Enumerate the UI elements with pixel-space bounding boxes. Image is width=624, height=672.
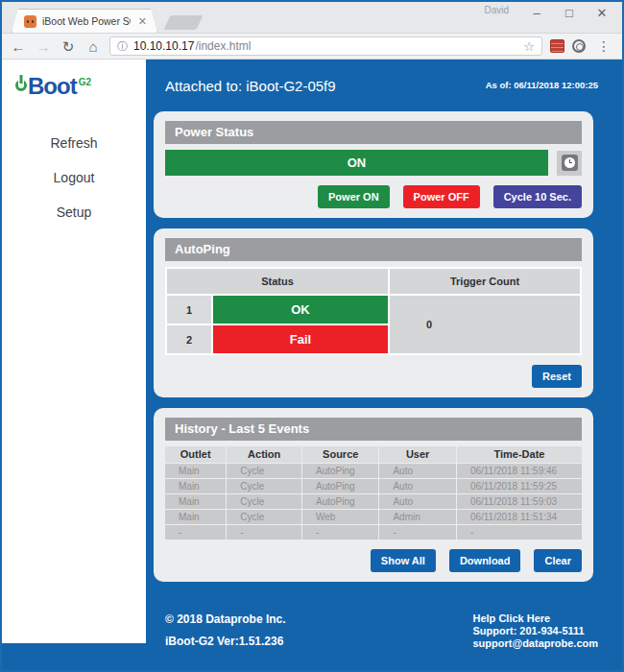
autoping-buttons-row: Reset <box>165 365 582 388</box>
support-phone: Support: 201-934-5111 <box>472 625 598 637</box>
cycle-timer-button[interactable] <box>557 151 582 176</box>
cell-user: Auto <box>379 494 455 509</box>
page-info-icon[interactable]: ⓘ <box>117 39 128 54</box>
autoping-trigger-column-header: Trigger Count <box>390 269 580 294</box>
power-state-bar: ON <box>165 150 548 176</box>
browser-menu-icon[interactable]: ⋮ <box>593 38 614 54</box>
new-tab-button[interactable] <box>164 15 204 30</box>
tab-close-icon[interactable]: ✕ <box>136 15 149 28</box>
autoping-table: Status Trigger Count 1 OK 0 2 Fail <box>165 267 582 355</box>
support-email[interactable]: support@dataprobe.com <box>472 637 598 650</box>
history-row: - - - - - <box>165 525 582 540</box>
forward-icon[interactable]: → <box>35 39 52 54</box>
autoping-status-column-header: Status <box>167 269 388 294</box>
url-host: 10.10.10.17 <box>133 39 194 53</box>
sidebar-menu: Refresh Logout Setup <box>42 132 105 223</box>
extension-icon-red[interactable] <box>550 39 564 53</box>
history-row: Main Cycle AutoPing Auto 06/11/2018 11:5… <box>165 464 582 478</box>
extension-icon-ring[interactable] <box>572 39 586 53</box>
address-toolbar: ← → ↻ ⌂ ⓘ 10.10.10.17/index.html ☆ ⋮ <box>2 33 622 60</box>
sidebar-item-setup[interactable]: Setup <box>49 202 100 223</box>
cell-action: Cycle <box>227 494 301 509</box>
history-row: Main Cycle Web Admin 06/11/2018 11:51:34 <box>165 510 582 524</box>
browser-window: David – □ ✕ iBoot Web Power Switch ✕ ← →… <box>0 0 624 672</box>
firmware-version: iBoot-G2 Ver:1.51.236 <box>165 635 286 648</box>
cycle-button[interactable]: Cycle 10 Sec. <box>493 185 582 208</box>
cell-action: Cycle <box>227 479 301 493</box>
iboot-logo: Boot G2 <box>15 73 91 100</box>
cell-source: AutoPing <box>302 479 378 493</box>
browser-tab[interactable]: iBoot Web Power Switch ✕ <box>12 9 157 33</box>
power-symbol-icon <box>15 80 27 91</box>
cell-time-date: 06/11/2018 11:59:46 <box>457 464 582 478</box>
cell-source: - <box>302 525 378 540</box>
cell-user: Auto <box>379 464 455 478</box>
close-button[interactable]: ✕ <box>586 2 618 23</box>
cell-action: Cycle <box>227 510 301 524</box>
clear-button[interactable]: Clear <box>534 549 582 572</box>
address-bar[interactable]: ⓘ 10.10.10.17/index.html ☆ <box>109 36 542 56</box>
history-table: Outlet Action Source User Time-Date Main… <box>165 446 582 540</box>
power-status-header: Power Status <box>165 121 582 144</box>
cell-source: Web <box>302 510 378 524</box>
footer-left: © 2018 Dataprobe Inc. iBoot-G2 Ver:1.51.… <box>165 612 286 650</box>
show-all-button[interactable]: Show All <box>371 549 436 572</box>
power-status-card: Power Status ON Power ON Power OFF Cycle… <box>154 111 593 218</box>
bookmark-star-icon[interactable]: ☆ <box>523 39 535 54</box>
logo-g2-label: G2 <box>79 77 91 87</box>
cell-user: Auto <box>379 479 455 493</box>
column-header-action: Action <box>227 446 301 463</box>
autoping-status-fail: Fail <box>213 325 388 353</box>
cell-time-date: - <box>457 525 582 540</box>
sidebar-item-refresh[interactable]: Refresh <box>42 132 105 154</box>
cell-outlet: Main <box>165 510 226 524</box>
main-area: Attached to: iBoot-G2-05f9 As of: 06/11/… <box>146 60 622 670</box>
column-header-user: User <box>379 446 455 463</box>
history-row: Main Cycle AutoPing Auto 06/11/2018 11:5… <box>165 494 582 509</box>
cell-source: AutoPing <box>302 494 378 509</box>
cell-time-date: 06/11/2018 11:59:03 <box>457 494 582 509</box>
reload-icon[interactable]: ↻ <box>60 39 77 54</box>
titlebar: David – □ ✕ iBoot Web Power Switch ✕ <box>2 2 622 33</box>
history-header: History - Last 5 Events <box>165 418 582 441</box>
reset-button[interactable]: Reset <box>532 365 582 388</box>
window-controls: – □ ✕ <box>520 2 618 23</box>
sidebar-item-logout[interactable]: Logout <box>46 167 103 188</box>
cell-user: - <box>379 525 455 540</box>
autoping-card: AutoPing Status Trigger Count 1 OK 0 2 F… <box>154 228 593 397</box>
footer-right: Help Click Here Support: 201-934-5111 su… <box>472 612 598 650</box>
cell-outlet: - <box>165 525 226 540</box>
autoping-row-number: 1 <box>167 296 211 324</box>
minimize-button[interactable]: – <box>520 2 553 23</box>
power-off-button[interactable]: Power OFF <box>403 185 480 208</box>
cell-source: AutoPing <box>302 464 378 478</box>
cell-user: Admin <box>379 510 455 524</box>
logo-text: Boot <box>28 73 77 100</box>
column-header-source: Source <box>302 446 378 463</box>
cell-outlet: Main <box>165 494 226 509</box>
cell-outlet: Main <box>165 479 226 493</box>
history-header-row: Outlet Action Source User Time-Date <box>165 446 582 463</box>
page-content: Boot G2 Refresh Logout Setup Attached to… <box>2 60 622 670</box>
page-footer: © 2018 Dataprobe Inc. iBoot-G2 Ver:1.51.… <box>165 612 598 650</box>
power-state-row: ON <box>165 150 582 176</box>
maximize-button[interactable]: □ <box>553 2 586 23</box>
cell-action: - <box>227 525 301 540</box>
download-button[interactable]: Download <box>449 549 521 572</box>
main-header: Attached to: iBoot-G2-05f9 As of: 06/11/… <box>146 60 622 94</box>
outlet-favicon-icon <box>24 15 36 28</box>
cell-time-date: 06/11/2018 11:59:25 <box>457 479 582 493</box>
power-on-button[interactable]: Power ON <box>318 185 390 208</box>
column-header-outlet: Outlet <box>165 446 226 463</box>
tab-title: iBoot Web Power Switch <box>42 15 131 27</box>
back-icon[interactable]: ← <box>10 39 27 54</box>
history-buttons-row: Show All Download Clear <box>165 549 582 572</box>
autoping-row-number: 2 <box>167 325 211 353</box>
home-icon[interactable]: ⌂ <box>84 39 102 54</box>
clock-icon <box>562 155 578 171</box>
power-buttons-row: Power ON Power OFF Cycle 10 Sec. <box>165 185 582 208</box>
cell-action: Cycle <box>227 464 301 478</box>
help-link[interactable]: Help Click Here <box>472 612 598 625</box>
copyright-text: © 2018 Dataprobe Inc. <box>165 612 286 626</box>
cell-time-date: 06/11/2018 11:51:34 <box>457 510 582 524</box>
